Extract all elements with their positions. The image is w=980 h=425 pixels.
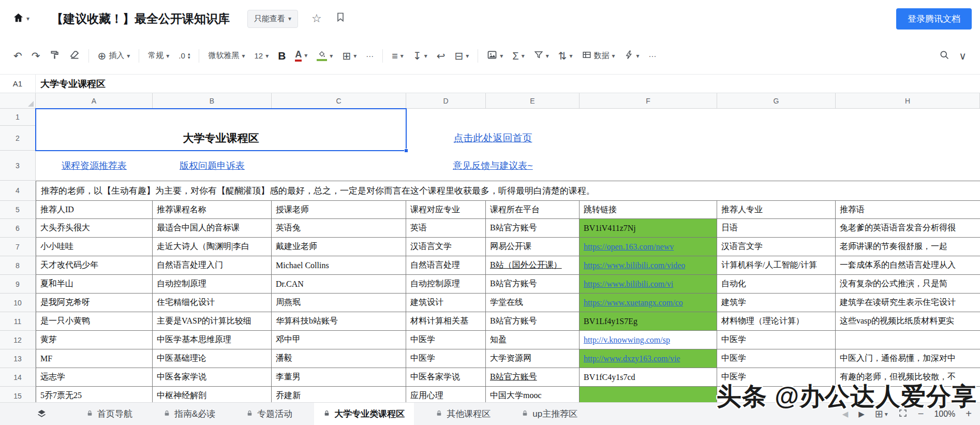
cell-link[interactable]: https://open.163.com/newv [580,238,717,256]
cell-course-name[interactable]: 中医各家学说 [153,368,272,387]
cell-comment[interactable]: 这些vasp的视频比纸质材料更实 [836,312,980,331]
filter-button[interactable]: ▾ [530,47,553,65]
cell-course-name[interactable]: 主要是VASP的计算比较细 [153,312,272,331]
cell-link[interactable]: http://www.dxzy163.com/vie [580,349,717,368]
cell-course-name[interactable]: 自然语言处理入门 [153,256,272,275]
next-sheet-button[interactable]: ▶ [858,409,865,419]
cell-recommender-id[interactable]: 夏和半山 [36,275,153,294]
formula-content[interactable]: 大学专业课程区 [36,78,106,90]
sheet-tab-events[interactable]: 专题活动 [237,403,302,425]
cell-major[interactable]: 英语 [406,219,486,238]
align-horizontal-button[interactable]: ≡▾ [388,48,408,64]
cell-teacher[interactable]: 邓中甲 [272,331,406,349]
cell-major[interactable]: 建筑设计 [406,294,486,312]
cell-teacher[interactable]: 潘毅 [272,349,406,368]
row-header-5[interactable]: 5 [0,201,36,219]
cell-course-name[interactable]: 中医学基本思维原理 [153,331,272,349]
row-header-9[interactable]: 9 [0,275,36,294]
row-header-11[interactable]: 11 [0,312,36,331]
sheet-tab-uploader-recommend[interactable]: up主推荐区 [512,403,587,425]
cell-major[interactable]: 中医学 [406,349,486,368]
cell-major[interactable]: 中医各家学说 [406,368,486,387]
cell-course-name[interactable]: 最适合中国人的音标课 [153,219,272,238]
header-recommender-major[interactable]: 推荐人专业 [717,201,836,219]
cell-recommender-id[interactable]: 大头乔头很大 [36,219,153,238]
zoom-in-button[interactable]: + [966,408,972,420]
cell-link[interactable]: http://v.knowwing.com/sp [580,331,717,349]
row-header-12[interactable]: 12 [0,331,36,349]
zoom-out-button[interactable]: − [918,408,924,420]
cell-platform[interactable]: B站官方账号 [486,368,580,387]
row-header-6[interactable]: 6 [0,219,36,238]
cell-platform[interactable]: 学堂在线 [486,294,580,312]
copyright-form-link[interactable]: 版权问题申诉表 [180,159,245,172]
cell-teacher[interactable]: 英语兔 [272,219,406,238]
cell-comment[interactable]: 一套成体系的自然语言处理从入 [836,256,980,275]
cell-link[interactable]: BV1iV411z7Nj [580,219,717,238]
header-platform[interactable]: 课程所在平台 [486,201,580,219]
data-button[interactable]: 数据▾ [578,47,619,65]
cell-recommender-major[interactable]: 中医学 [717,349,836,368]
search-button[interactable] [935,47,954,65]
text-wrap-button[interactable]: ↩ [433,48,450,64]
sort-button[interactable]: ⇅▾ [554,48,577,64]
cell-recommender-major[interactable]: 中医学 [717,368,836,387]
sheet-list-button[interactable] [36,408,47,419]
row-header-7[interactable]: 7 [0,238,36,256]
cell-recommender-major[interactable]: 自动化 [717,275,836,294]
view-only-dropdown[interactable]: 只能查看 ▾ [247,10,298,28]
borders-button[interactable]: ⊞▾ [338,48,361,64]
star-button[interactable]: ☆ [311,12,322,25]
sheet-tab-other-courses[interactable]: 其他课程区 [426,403,500,425]
cell-link[interactable]: https://www.bilibili.com/video [580,256,717,275]
prev-sheet-button[interactable]: ◀ [842,409,849,419]
header-course-name[interactable]: 推荐课程名称 [153,201,272,219]
align-vertical-button[interactable]: ↧▾ [409,48,432,64]
cell-platform[interactable]: 大学资源网 [486,349,580,368]
merged-title-cell[interactable]: 大学专业课程区 [36,126,406,151]
column-header-d[interactable]: D [406,93,486,109]
cell-link[interactable]: BV1Lf4y1S7Eg [580,312,717,331]
row-header-14[interactable]: 14 [0,368,36,387]
more-tools-button[interactable]: ··· [645,48,661,63]
column-header-f[interactable]: F [580,93,717,109]
font-size-dropdown[interactable]: 12▾ [250,48,273,63]
cell-comment[interactable]: 有趣的老师，但视频比较散，不 [836,368,980,387]
cell-platform[interactable]: 知盈 [486,331,580,349]
sum-button[interactable]: Σ▾ [508,48,528,64]
fill-color-button[interactable]: ▾ [313,48,337,64]
cell-recommender-major[interactable]: 计算机科学/人工智能/计算 [717,256,836,275]
sheet-grid-button[interactable]: ⊞▾ [875,408,888,420]
home-button[interactable]: ▾ [12,12,29,26]
cell-teacher[interactable]: 李董男 [272,368,406,387]
cell-recommender-id[interactable]: MF [36,349,153,368]
row-header-2[interactable]: 2 [0,126,36,151]
cell-recommender-id[interactable]: 是一只小黄鸭 [36,312,153,331]
cell-course-name[interactable]: 住宅精细化设计 [153,294,272,312]
sheet-tab-guide[interactable]: 指南&必读 [154,403,225,425]
font-color-button[interactable]: A▾ [291,47,311,65]
cell-recommender-major[interactable]: 中医学 [717,331,836,349]
zoom-level[interactable]: 100% [934,409,955,419]
empty-cells[interactable] [36,109,980,126]
cell-comment[interactable]: 没有复杂的公式推演，只是简 [836,275,980,294]
sheet-tab-home[interactable]: 首页导航 [77,403,142,425]
cell-platform[interactable]: B站官方账号 [486,275,580,294]
undo-button[interactable]: ↶ [9,48,26,64]
cell-link[interactable]: https://www.bilibili.com/vi [580,275,717,294]
font-family-dropdown[interactable]: 微软雅黑▾ [204,48,249,64]
cell-major[interactable]: 汉语言文学 [406,238,486,256]
cell-teacher[interactable]: 华算科技b站账号 [272,312,406,331]
cell-platform[interactable]: B站官方账号 [486,312,580,331]
column-header-h[interactable]: H [836,93,980,109]
header-comment[interactable]: 推荐语 [836,201,980,219]
cell-course-name[interactable]: 自动控制原理 [153,275,272,294]
header-recommender-id[interactable]: 推荐人ID [36,201,153,219]
redo-button[interactable]: ↷ [27,48,44,64]
insert-image-button[interactable]: ▾ [483,47,507,65]
more-format-button[interactable]: ··· [362,48,378,63]
number-format-dropdown[interactable]: 常规▾ [144,48,173,64]
cell-comment[interactable]: 兔老爹的英语语音发音分析得很 [836,219,980,238]
collapse-toolbar-button[interactable]: ∨ [955,48,971,64]
cell-course-name[interactable]: 中医基础理论 [153,349,272,368]
